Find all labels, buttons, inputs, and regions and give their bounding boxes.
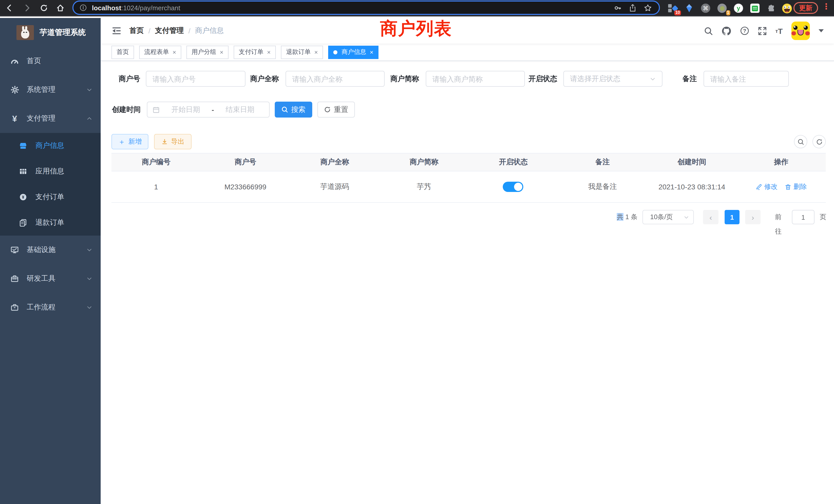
- extensions-puzzle-icon[interactable]: [766, 3, 777, 14]
- extension-command-icon[interactable]: ⌘: [700, 3, 711, 14]
- url-path: :1024/pay/merchant: [121, 4, 180, 12]
- app-title: 芋道管理系统: [40, 27, 86, 37]
- extension-badge-count: 10: [674, 10, 681, 16]
- sidebar-item-workflow[interactable]: 工作流程: [0, 293, 101, 322]
- create-time-range-picker[interactable]: 开始日期 - 结束日期: [147, 101, 270, 117]
- start-date-placeholder[interactable]: 开始日期: [162, 105, 210, 114]
- cell-merchant-no: M233666999: [201, 171, 290, 202]
- reload-icon[interactable]: [39, 3, 49, 13]
- trash-icon: [785, 183, 791, 190]
- chevron-down-icon: [683, 214, 689, 220]
- next-page-button[interactable]: ›: [745, 210, 761, 224]
- user-avatar[interactable]: [791, 22, 810, 40]
- sidebar-item-devtools[interactable]: 研发工具: [0, 264, 101, 293]
- sidebar-item-refund-order[interactable]: 退款订单: [0, 210, 101, 235]
- profile-avatar-icon[interactable]: [781, 3, 792, 14]
- close-icon[interactable]: ×: [370, 49, 373, 55]
- sidebar-item-app-info[interactable]: 应用信息: [0, 159, 101, 184]
- breadcrumb: 首页 / 支付管理 / 商户信息: [129, 26, 224, 36]
- copy-documents-icon: [19, 219, 27, 227]
- goto-label: 前往: [775, 210, 782, 239]
- tab-home[interactable]: 首页: [111, 45, 134, 59]
- site-info-icon[interactable]: [80, 4, 87, 11]
- tab-pay-order[interactable]: 支付订单 ×: [234, 45, 276, 59]
- briefcase-icon: [10, 303, 19, 312]
- active-tab-dot: [333, 50, 337, 54]
- home-icon[interactable]: [55, 3, 65, 13]
- close-icon[interactable]: ×: [220, 49, 223, 55]
- cell-created-at: 2021-10-23 08:31:14: [647, 171, 737, 202]
- close-icon[interactable]: ×: [173, 49, 176, 55]
- col-merchant-no: 商户号: [201, 154, 290, 171]
- total-count: 共 1 条: [617, 210, 638, 224]
- status-toggle[interactable]: [503, 182, 524, 192]
- password-key-icon[interactable]: [614, 4, 621, 12]
- table-row: 1 M233666999 芋道源码 芋艿 我是备注 2021-10-23 08:…: [111, 171, 826, 203]
- short-name-input[interactable]: [426, 71, 525, 87]
- tab-user-group[interactable]: 用户分组 ×: [186, 45, 228, 59]
- sidebar-item-system[interactable]: 系统管理: [0, 75, 101, 104]
- tab-process-form[interactable]: 流程表单 ×: [139, 45, 181, 59]
- add-button[interactable]: ＋ 新增: [111, 134, 148, 150]
- extension-chat-icon[interactable]: [749, 3, 761, 14]
- chevron-down-icon: [86, 276, 92, 282]
- sidebar-item-merchant-info[interactable]: 商户信息: [0, 133, 101, 159]
- bookmark-star-icon[interactable]: [644, 4, 652, 12]
- col-status: 开启状态: [468, 154, 558, 171]
- sidebar-item-infra[interactable]: 基础设施: [0, 235, 101, 264]
- top-navbar: 首页 / 支付管理 / 商户信息 ? тT: [101, 18, 834, 44]
- extension-tag-manager-icon[interactable]: 10: [667, 3, 678, 14]
- export-button[interactable]: 导出: [154, 134, 192, 150]
- breadcrumb-home[interactable]: 首页: [129, 26, 144, 36]
- svg-text:¥: ¥: [22, 195, 24, 200]
- address-bar[interactable]: localhost:1024/pay/merchant: [72, 1, 660, 15]
- goto-page-input[interactable]: [792, 210, 814, 224]
- pay-submenu: 商户信息 应用信息 ¥ 支付订单 退款订单: [0, 133, 101, 235]
- svg-text:?: ?: [743, 28, 746, 33]
- close-icon[interactable]: ×: [314, 49, 318, 55]
- merchant-table: 商户编号 商户号 商户全称 商户简称 开启状态 备注 创建时间 操作 1 M23…: [111, 153, 826, 203]
- back-icon[interactable]: [4, 3, 14, 13]
- end-date-placeholder[interactable]: 结束日期: [216, 105, 264, 114]
- fullscreen-icon[interactable]: [758, 26, 767, 35]
- prev-page-button[interactable]: ‹: [703, 210, 719, 224]
- extension-yudao-icon[interactable]: y: [733, 3, 744, 14]
- sidebar-collapse-icon[interactable]: [112, 27, 121, 35]
- tab-refund-order[interactable]: 退款订单 ×: [281, 45, 323, 59]
- browser-menu-icon[interactable]: ⋮: [822, 2, 830, 11]
- delete-link[interactable]: 删除: [785, 182, 807, 191]
- refresh-table-button[interactable]: [812, 135, 826, 148]
- browser-update-button[interactable]: 更新: [793, 2, 818, 14]
- sidebar-item-pay-order[interactable]: ¥ 支付订单: [0, 184, 101, 210]
- tab-merchant-info[interactable]: 商户信息 ×: [328, 45, 378, 59]
- reset-button[interactable]: 重置: [317, 101, 355, 117]
- header-search-icon[interactable]: [704, 26, 713, 35]
- extension-pin-icon[interactable]: [683, 3, 695, 14]
- share-icon[interactable]: [629, 4, 636, 12]
- remark-input[interactable]: [704, 71, 789, 87]
- extension-recorder-icon[interactable]: 1: [717, 3, 728, 14]
- col-full-name: 商户全称: [290, 154, 379, 171]
- breadcrumb-pay[interactable]: 支付管理: [155, 26, 184, 36]
- main-content: 首页 / 支付管理 / 商户信息 ? тT: [101, 18, 834, 504]
- github-icon[interactable]: [722, 26, 731, 36]
- cell-merchant-index: 1: [111, 171, 201, 202]
- status-select[interactable]: 请选择开启状态: [563, 71, 662, 87]
- help-icon[interactable]: ?: [740, 26, 749, 36]
- forward-icon[interactable]: [22, 3, 32, 13]
- page-1-button[interactable]: 1: [725, 210, 740, 224]
- toggle-search-button[interactable]: [794, 135, 807, 148]
- sidebar-item-home[interactable]: 首页: [0, 47, 101, 75]
- plus-icon: ＋: [118, 138, 125, 145]
- edit-link[interactable]: 修改: [755, 182, 777, 191]
- merchant-no-input[interactable]: [146, 71, 245, 87]
- search-button[interactable]: 搜索: [275, 101, 312, 117]
- breadcrumb-current: 商户信息: [195, 26, 224, 36]
- close-icon[interactable]: ×: [267, 49, 271, 55]
- avatar-caret-icon[interactable]: [818, 29, 824, 32]
- font-size-icon[interactable]: тT: [775, 26, 783, 35]
- full-name-input[interactable]: [286, 71, 385, 87]
- page-size-select[interactable]: 10条/页: [642, 210, 694, 224]
- app-logo-row[interactable]: 芋道管理系统: [0, 18, 101, 47]
- sidebar-item-pay[interactable]: ¥ 支付管理: [0, 104, 101, 133]
